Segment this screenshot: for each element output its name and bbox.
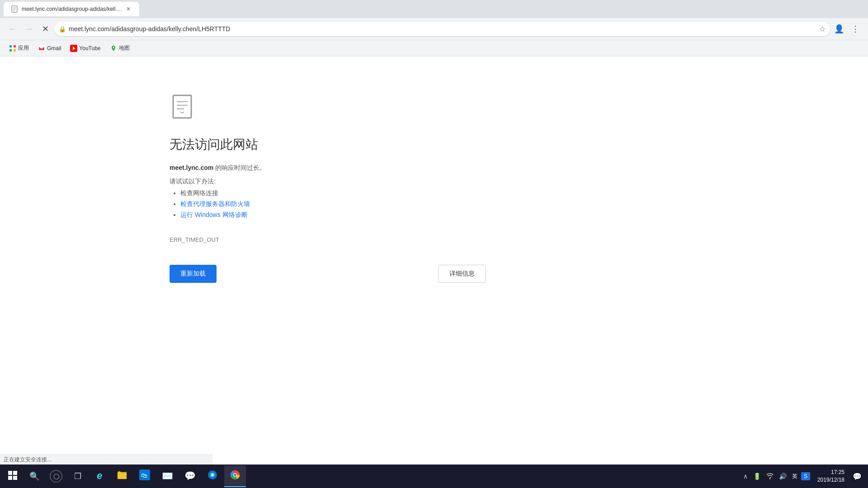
notification-icon: 💬 (853, 472, 862, 481)
error-code: ERR_TIMED_OUT (170, 236, 219, 243)
svg-point-28 (234, 474, 236, 476)
reload-page-button[interactable]: 重新加载 (170, 265, 217, 283)
clock-date: 2019/12/18 (817, 476, 844, 484)
volume-icon[interactable]: 🔊 (777, 471, 788, 482)
notification-button[interactable]: 💬 (848, 465, 866, 487)
taskbar-app-explorer[interactable] (111, 465, 133, 487)
browser-chrome: meet.lync.com/adidasgroup-adidas/kelly.c… (0, 0, 868, 56)
youtube-icon (70, 45, 77, 52)
svg-rect-18 (8, 476, 12, 480)
start-button[interactable] (2, 465, 24, 487)
taskbar-apps: e 🛍 ✉️ 💬 (89, 465, 738, 487)
status-text: 正在建立安全连接... (4, 456, 52, 464)
suggestion-1: 检查网络连接 (180, 189, 250, 197)
bookmark-apps[interactable]: 应用 (5, 42, 33, 54)
language-indicator[interactable]: 英 (790, 471, 799, 482)
explorer-icon (117, 469, 127, 483)
svg-rect-6 (9, 49, 12, 52)
back-button[interactable]: ← (5, 22, 20, 36)
bookmark-star-button[interactable]: ☆ (819, 25, 826, 33)
error-domain: meet.lync.com (170, 164, 213, 171)
toolbar-actions: 👤 ⋮ (832, 22, 863, 36)
bookmark-maps[interactable]: 地图 (106, 42, 133, 54)
svg-point-25 (211, 474, 214, 476)
svg-point-29 (769, 478, 770, 479)
store-icon: 🛍 (139, 469, 150, 483)
suggestion-3-link[interactable]: 运行 Windows 网络诊断 (180, 211, 248, 218)
tab-favicon (11, 5, 18, 13)
svg-rect-19 (13, 476, 17, 480)
tab-close-button[interactable]: ✕ (125, 5, 132, 13)
maps-label: 地图 (119, 44, 130, 52)
forward-button[interactable]: → (22, 22, 36, 36)
suggestion-2[interactable]: 检查代理服务器和防火墙 (180, 200, 250, 208)
status-bar: 正在建立安全连接... (0, 455, 212, 465)
gmail-icon (38, 45, 45, 52)
error-suggestion-label: 请试试以下办法: (170, 178, 216, 186)
page-content: 无法访问此网站 meet.lync.com 的响应时间过长。 请试试以下办法: … (0, 56, 868, 465)
lock-icon: 🔒 (59, 26, 66, 33)
taskbar: 🔍 ◯ ❐ e 🛍 (0, 465, 868, 488)
taskbar-app-mail[interactable]: ✉️ (156, 465, 178, 487)
menu-button[interactable]: ⋮ (848, 22, 863, 36)
suggestion-1-text: 检查网络连接 (180, 189, 218, 197)
taskbar-app-wechat[interactable]: 💬 (179, 465, 201, 487)
address-bar-wrapper: 🔒 ☆ (54, 22, 830, 36)
battery-icon[interactable]: 🔋 (751, 471, 763, 482)
bookmark-gmail[interactable]: Gmail (34, 43, 65, 54)
active-tab[interactable]: meet.lync.com/adidasgroup-adidas/kelly.c… (4, 2, 139, 16)
reload-icon: ✕ (42, 24, 49, 34)
suggestion-3[interactable]: 运行 Windows 网络诊断 (180, 211, 250, 219)
bookmark-youtube[interactable]: YouTube (66, 43, 104, 54)
clock-time: 17:25 (817, 469, 844, 476)
error-title: 无法访问此网站 (170, 136, 258, 153)
bookmarks-bar: 应用 Gmail YouTube (0, 40, 868, 56)
tab-title: meet.lync.com/adidasgroup-adidas/kelly.c… (22, 6, 121, 12)
taskbar-app-edge[interactable]: e (89, 465, 110, 487)
taskbar-app-chrome[interactable] (224, 465, 246, 487)
apps-icon (9, 45, 16, 52)
taskbar-search-button[interactable]: 🔍 (24, 465, 45, 487)
taskbar-app-browser2[interactable] (202, 465, 223, 487)
account-icon: 👤 (834, 24, 844, 34)
taskbar-cortana-button[interactable]: ◯ (45, 465, 67, 487)
youtube-label: YouTube (79, 45, 100, 52)
task-view-icon: ❐ (74, 471, 81, 481)
back-icon: ← (9, 24, 17, 34)
chrome-icon (230, 469, 241, 483)
edge-icon: e (97, 470, 102, 482)
menu-icon: ⋮ (851, 24, 859, 34)
svg-rect-4 (9, 45, 12, 47)
taskbar-clock[interactable]: 17:25 2019/12/18 (814, 469, 848, 484)
ime-button[interactable]: S (801, 472, 810, 480)
mail-icon: ✉️ (162, 470, 173, 481)
maps-icon (110, 45, 117, 52)
taskbar-app-store[interactable]: 🛍 (134, 465, 156, 487)
svg-rect-20 (118, 473, 127, 479)
network-icon[interactable] (764, 470, 775, 483)
error-icon (170, 93, 198, 122)
browser2-icon (207, 469, 218, 483)
forward-icon: → (25, 24, 33, 34)
start-icon (7, 470, 18, 483)
details-button[interactable]: 详细信息 (438, 265, 486, 283)
taskbar-search-icon: 🔍 (29, 471, 39, 481)
taskbar-task-view-button[interactable]: ❐ (67, 465, 89, 487)
svg-rect-5 (14, 45, 16, 47)
svg-rect-16 (8, 471, 12, 475)
reload-button[interactable]: ✕ (38, 22, 52, 36)
svg-rect-12 (173, 95, 191, 118)
error-domain-text: meet.lync.com 的响应时间过长。 (170, 164, 266, 172)
error-domain-suffix: 的响应时间过长。 (213, 164, 266, 171)
error-suggestions-list: 检查网络连接 检查代理服务器和防火墙 运行 Windows 网络诊断 (170, 189, 250, 222)
svg-point-11 (113, 47, 114, 48)
suggestion-2-link[interactable]: 检查代理服务器和防火墙 (180, 200, 250, 207)
button-row: 重新加载 详细信息 (170, 265, 486, 283)
wechat-icon: 💬 (184, 470, 196, 481)
svg-rect-7 (14, 49, 16, 52)
account-button[interactable]: 👤 (832, 22, 846, 36)
gmail-label: Gmail (47, 45, 61, 52)
show-hidden-icon[interactable]: ∧ (741, 471, 750, 482)
address-bar-input[interactable] (54, 22, 830, 36)
toolbar: ← → ✕ 🔒 ☆ 👤 ⋮ (0, 18, 868, 40)
